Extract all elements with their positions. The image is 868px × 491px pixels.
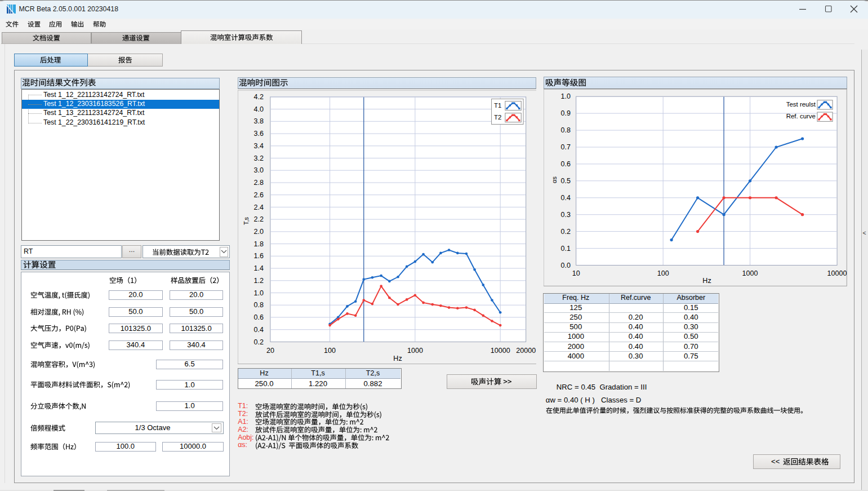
svg-text:1.2: 1.2 — [253, 277, 264, 285]
svg-text:Hz: Hz — [703, 277, 711, 285]
svg-text:0.8: 0.8 — [253, 301, 264, 309]
svg-text:0.4: 0.4 — [561, 194, 571, 202]
svg-text:1000: 1000 — [742, 269, 758, 277]
svg-text:1.6: 1.6 — [253, 252, 264, 260]
svg-text:3.8: 3.8 — [253, 117, 264, 125]
svg-text:1.8: 1.8 — [253, 240, 264, 248]
svg-text:10000: 10000 — [827, 269, 847, 277]
svg-text:0.5: 0.5 — [561, 177, 571, 185]
svg-text:1.4: 1.4 — [253, 264, 264, 272]
svg-text:2.6: 2.6 — [253, 191, 264, 199]
svg-text:100: 100 — [657, 269, 669, 277]
svg-text:2.0: 2.0 — [253, 228, 264, 236]
svg-text:10: 10 — [572, 269, 580, 277]
svg-text:Test reulst: Test reulst — [786, 101, 816, 108]
svg-text:2.2: 2.2 — [253, 215, 264, 223]
svg-text:1.0: 1.0 — [253, 289, 264, 297]
svg-text:0.7: 0.7 — [561, 144, 571, 152]
svg-text:T,s: T,s — [243, 216, 250, 225]
svg-text:4.0: 4.0 — [253, 105, 264, 113]
svg-text:0.4: 0.4 — [253, 326, 264, 334]
svg-text:Hz: Hz — [393, 355, 402, 362]
svg-text:0.6: 0.6 — [561, 160, 571, 168]
svg-text:3.2: 3.2 — [253, 154, 264, 162]
svg-text:T2: T2 — [494, 114, 501, 121]
svg-text:0.8: 0.8 — [561, 127, 571, 135]
svg-text:0.6: 0.6 — [253, 313, 264, 321]
svg-text:20: 20 — [266, 347, 274, 355]
svg-text:0.0: 0.0 — [561, 262, 571, 269]
svg-text:αs: αs — [551, 176, 558, 183]
svg-text:2.4: 2.4 — [253, 204, 264, 211]
svg-text:T1: T1 — [494, 102, 501, 109]
svg-text:0.1: 0.1 — [561, 245, 571, 253]
svg-text:1.0: 1.0 — [561, 93, 571, 101]
svg-text:0.2: 0.2 — [253, 338, 264, 346]
svg-text:2.8: 2.8 — [253, 179, 264, 187]
svg-text:3.4: 3.4 — [253, 142, 264, 150]
svg-text:3.0: 3.0 — [253, 166, 264, 174]
svg-text:0.9: 0.9 — [561, 110, 571, 118]
svg-text:0.3: 0.3 — [561, 211, 571, 219]
svg-text:4.2: 4.2 — [253, 93, 264, 101]
svg-text:0.2: 0.2 — [561, 228, 571, 236]
svg-text:Ref. curve: Ref. curve — [786, 113, 816, 120]
svg-text:100: 100 — [324, 347, 336, 355]
svg-text:3.6: 3.6 — [253, 130, 264, 138]
